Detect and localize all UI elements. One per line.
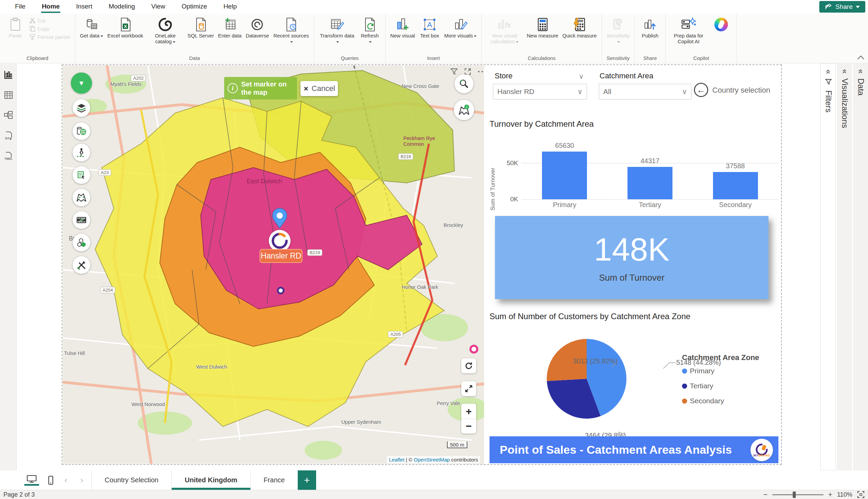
map-expand-button[interactable] (461, 381, 476, 396)
menu-tab-modeling[interactable]: Modeling (100, 0, 143, 14)
poi-marker[interactable] (469, 345, 478, 354)
sql-server-button[interactable]: SQL Server (185, 16, 216, 39)
new-measure-button[interactable]: New measure (525, 16, 560, 39)
menu-tab-optimize[interactable]: Optimize (173, 0, 215, 14)
leaflet-link[interactable]: Leaflet (389, 457, 404, 463)
bar[interactable] (542, 151, 587, 199)
page-tab-country-selection[interactable]: Country Selection (91, 471, 171, 490)
dropdown-caret-icon (369, 41, 372, 43)
legend-item[interactable]: Tertiary (682, 382, 759, 390)
chevron-down-icon[interactable]: ∨ (579, 72, 584, 81)
data-pane-collapsed[interactable]: «Data (853, 64, 868, 471)
menu-tab-home[interactable]: Home (34, 0, 68, 14)
store-slicer-dropdown[interactable]: Hansler RD∨ (493, 84, 587, 99)
more-options-icon[interactable]: ··· (478, 67, 484, 76)
transform-data-button[interactable]: Transform data (317, 16, 357, 45)
more-visuals-button[interactable]: More visuals (442, 16, 479, 39)
new-page-button[interactable]: + (298, 471, 316, 490)
bar-column[interactable]: 44317 (627, 157, 672, 199)
visualizations-pane-collapsed[interactable]: «Visualizations (837, 64, 852, 471)
enter-data-button[interactable]: Enter data (216, 16, 244, 39)
cluster-button[interactable] (73, 234, 90, 251)
map-info-button[interactable]: i (454, 100, 474, 120)
secondary-store-marker[interactable] (277, 287, 284, 294)
menu-tab-insert[interactable]: Insert (68, 0, 100, 14)
fit-to-page-icon[interactable] (857, 491, 865, 498)
recent-sources-button[interactable]: Recent sources (271, 16, 311, 45)
onelake-catalog-button[interactable]: OneLake catalog (145, 16, 185, 45)
model-view-icon[interactable] (4, 110, 13, 120)
dropdown-caret-icon (474, 35, 477, 37)
bar-column[interactable]: 65630 (542, 142, 587, 199)
page-tab-france[interactable]: France (250, 471, 298, 490)
osm-link[interactable]: OpenStreetMap (414, 457, 450, 463)
zoom-out-control[interactable]: − (763, 490, 768, 499)
format-painter-button[interactable]: Format painter (28, 33, 72, 41)
publish-button[interactable]: Publish (637, 16, 663, 39)
store-marker[interactable] (269, 230, 291, 252)
filter-icon[interactable] (450, 68, 458, 75)
zoom-slider[interactable] (772, 494, 823, 495)
bar-column[interactable]: 37588 (713, 162, 758, 199)
prep-data-copilot-button[interactable]: Prep data for Copilot AI (668, 16, 709, 45)
bar[interactable] (713, 172, 758, 199)
data-source-button[interactable] (73, 122, 90, 140)
zoom-out-button[interactable]: − (461, 419, 476, 433)
quick-measure-button[interactable]: Quick measure (560, 16, 599, 39)
tmdl-view-icon[interactable]: TMDL (4, 151, 13, 161)
pedestrian-button[interactable] (73, 144, 90, 161)
dropdown-caret-icon (516, 41, 518, 43)
report-view-icon[interactable] (4, 70, 13, 80)
map-search-button[interactable] (454, 74, 474, 93)
calculator-icon (537, 16, 549, 33)
layers-button[interactable] (73, 99, 90, 117)
zoom-slider-handle[interactable] (793, 491, 796, 498)
menu-tab-view[interactable]: View (143, 0, 173, 14)
filmstrip-edit-button[interactable] (73, 211, 90, 229)
back-button[interactable]: ← (694, 83, 708, 97)
page-tab-united-kingdom[interactable]: United Kingdom (171, 471, 250, 490)
menu-tab-help[interactable]: Help (215, 0, 245, 14)
refresh-button[interactable]: Refresh (357, 16, 382, 45)
filters-pane-collapsed[interactable]: «Filters (820, 64, 836, 471)
get-data-button[interactable]: Get data (78, 16, 106, 39)
dataverse-button[interactable]: Dataverse (244, 16, 271, 39)
ribbon-group-label: Insert (388, 55, 479, 63)
catchment-slicer-dropdown[interactable]: All∨ (599, 84, 692, 99)
tools-button[interactable] (73, 256, 90, 274)
menu-tab-file[interactable]: File (7, 0, 34, 14)
cancel-button[interactable]: + Cancel (301, 81, 338, 96)
folded-map-button[interactable] (73, 189, 90, 206)
new-visual-button[interactable]: New visual (388, 16, 417, 39)
bar[interactable] (627, 167, 672, 199)
sensitivity-button[interactable]: Sensitivity (605, 16, 632, 45)
excel-workbook-button[interactable]: X Excel workbook (105, 16, 145, 39)
next-page-arrow[interactable]: › (78, 475, 86, 485)
quick-measure-icon (573, 16, 586, 33)
map-pin-icon[interactable] (270, 207, 289, 233)
map-scale: 500 m (447, 441, 467, 448)
mobile-layout-button[interactable] (48, 476, 53, 485)
cut-button[interactable]: Cut (28, 16, 72, 25)
legend-item[interactable]: Secondary (682, 397, 759, 405)
share-button[interactable]: Share (819, 1, 865, 13)
bar-chart-visual[interactable]: Turnover by Catchment Area Sum of Turnov… (490, 119, 781, 215)
paste-button[interactable]: Paste (3, 16, 28, 39)
map-refresh-button[interactable] (461, 358, 476, 373)
map-visual[interactable]: A202 A23 B218 B219 A204 A205 Myatt's Fie… (63, 65, 484, 464)
zoom-in-control[interactable]: + (828, 490, 832, 499)
copy-button[interactable]: Copy (28, 25, 72, 33)
dax-query-view-icon[interactable]: DAX (4, 131, 13, 141)
text-box-button[interactable]: A Text box (417, 16, 442, 39)
zoom-in-button[interactable]: + (461, 404, 476, 419)
previous-page-arrow[interactable]: ‹ (62, 475, 70, 485)
select-report-button[interactable] (73, 166, 90, 184)
copilot-button[interactable] (709, 16, 734, 33)
pie-chart-visual[interactable]: Sum of Number of Customers by Catchment … (490, 312, 781, 434)
desktop-layout-button[interactable] (24, 475, 39, 486)
map-dropdown-button[interactable]: ▼ (71, 73, 92, 94)
legend-item[interactable]: Primary (682, 367, 759, 375)
table-view-icon[interactable] (4, 90, 13, 100)
turnover-card-visual[interactable]: 148K Sum of Turnover (495, 216, 769, 299)
new-visual-calculation-button[interactable]: fx New visual calculation (485, 16, 525, 45)
